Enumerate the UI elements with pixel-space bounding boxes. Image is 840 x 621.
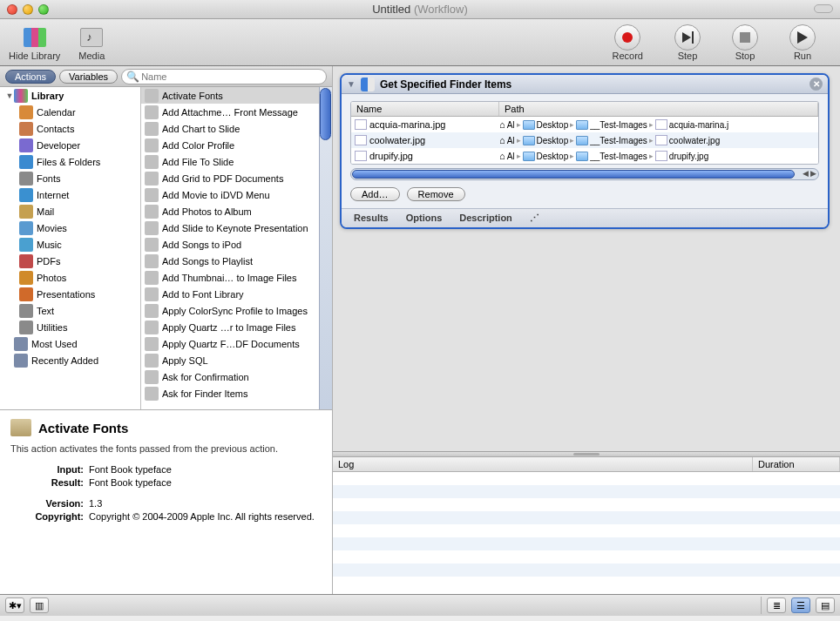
sidebar-item-developer[interactable]: Developer <box>0 137 140 153</box>
remove-button[interactable]: Remove <box>407 187 465 201</box>
sidebar-item-text[interactable]: Text <box>0 302 140 319</box>
sidebar-item-label: Photos <box>37 273 66 283</box>
run-button[interactable]: Run <box>789 24 816 61</box>
scrollbar-thumb[interactable] <box>320 88 331 140</box>
actions-list[interactable]: Activate FontsAdd Attachme… Front Messag… <box>141 87 332 409</box>
library-root[interactable]: ▼ Library <box>0 87 140 104</box>
sidebar-item-photos[interactable]: Photos <box>0 269 140 286</box>
col-path[interactable]: Path <box>499 102 818 116</box>
sidebar-item-contacts[interactable]: Contacts <box>0 120 140 137</box>
record-button[interactable]: Record <box>613 24 643 61</box>
sidebar-item-mail[interactable]: Mail <box>0 203 140 219</box>
action-item[interactable]: Add Grid to PDF Documents <box>141 170 332 186</box>
disclosure-triangle-icon[interactable]: ▼ <box>347 79 356 89</box>
footer-options[interactable]: Options <box>406 213 443 224</box>
view-flow-button[interactable]: ≣ <box>767 597 786 613</box>
sidebar-item-files-folders[interactable]: Files & Folders <box>0 153 140 170</box>
action-item[interactable]: Apply Quartz F…DF Documents <box>141 335 332 352</box>
view-log-button[interactable]: ▤ <box>816 597 835 613</box>
action-item[interactable]: Apply SQL <box>141 352 332 368</box>
action-item[interactable]: Add Color Profile <box>141 137 332 153</box>
action-item[interactable]: Add Songs to Playlist <box>141 253 332 269</box>
action-item[interactable]: Add Movie to iDVD Menu <box>141 186 332 203</box>
scroll-left-icon[interactable]: ◀ <box>803 169 809 178</box>
view-list-button[interactable]: ☰ <box>791 597 810 613</box>
finder-icon <box>361 78 375 91</box>
tab-variables[interactable]: Variables <box>59 70 118 84</box>
sidebar-item-internet[interactable]: Internet <box>0 186 140 203</box>
action-icon <box>145 188 159 202</box>
action-item[interactable]: Add Chart to Slide <box>141 120 332 137</box>
action-item[interactable]: Ask for Confirmation <box>141 368 332 385</box>
step-button[interactable]: Step <box>674 24 701 61</box>
log-icon: ▤ <box>821 600 830 611</box>
action-item[interactable]: Add Attachme… Front Message <box>141 104 332 120</box>
action-header[interactable]: ▼ Get Specified Finder Items ✕ <box>342 75 828 94</box>
scroll-right-icon[interactable]: ▶ <box>810 169 816 178</box>
sidebar-item-fonts[interactable]: Fonts <box>0 170 140 186</box>
sidebar-item-utilities[interactable]: Utilities <box>0 319 140 335</box>
resize-grip-icon[interactable]: ⋰ <box>530 213 539 224</box>
gear-menu-button[interactable]: ✱▾ <box>5 597 24 613</box>
log-col-log[interactable]: Log <box>333 457 753 471</box>
table-row[interactable]: acquia-marina.jpg⌂ Al ▸ Desktop ▸ __Test… <box>351 117 818 132</box>
sidebar-item-presentations[interactable]: Presentations <box>0 286 140 302</box>
horizontal-scrollbar[interactable]: ◀▶ <box>350 168 819 180</box>
table-row[interactable]: drupify.jpg⌂ Al ▸ Desktop ▸ __Test-Image… <box>351 148 818 164</box>
table-header: Name Path <box>351 102 818 117</box>
action-item[interactable]: Apply Quartz …r to Image Files <box>141 319 332 335</box>
divider <box>761 597 762 614</box>
actions-scrollbar[interactable] <box>319 87 332 409</box>
sidebar-item-pdfs[interactable]: PDFs <box>0 253 140 269</box>
sidebar-item-music[interactable]: Music <box>0 236 140 253</box>
log-col-duration[interactable]: Duration <box>753 457 840 471</box>
close-action-button[interactable]: ✕ <box>810 78 823 91</box>
action-item[interactable]: Add Thumbnai… to Image Files <box>141 269 332 286</box>
pane-toggle-button[interactable]: ▥ <box>30 597 49 613</box>
sidebar-item-recently-added[interactable]: Recently Added <box>0 352 140 368</box>
add-button[interactable]: Add… <box>350 187 400 201</box>
action-icon <box>145 172 159 186</box>
log-header: Log Duration <box>333 457 840 472</box>
toolbar-pill-button[interactable] <box>814 4 833 13</box>
library-tree[interactable]: ▼ Library CalendarContactsDeveloperFiles… <box>0 87 141 409</box>
action-item[interactable]: Add Slide to Keynote Presentation <box>141 219 332 236</box>
stop-icon <box>740 32 750 43</box>
stop-button[interactable]: Stop <box>732 24 758 61</box>
file-name: coolwater.jpg <box>369 135 425 145</box>
table-row[interactable]: coolwater.jpg⌂ Al ▸ Desktop ▸ __Test-Ima… <box>351 132 818 148</box>
disclosure-triangle-icon[interactable]: ▼ <box>5 91 14 100</box>
footer-results[interactable]: Results <box>354 213 389 224</box>
sidebar-item-calendar[interactable]: Calendar <box>0 104 140 120</box>
action-icon <box>145 370 159 384</box>
media-button[interactable]: Media <box>76 24 107 61</box>
hide-library-button[interactable]: Hide Library <box>9 24 60 61</box>
description-meta: Input: Font Book typeface Result: Font B… <box>10 464 322 488</box>
action-icon <box>145 337 159 351</box>
stop-label: Stop <box>735 51 755 61</box>
col-name[interactable]: Name <box>351 102 499 116</box>
action-item[interactable]: Apply ColorSync Profile to Images <box>141 302 332 319</box>
action-item[interactable]: Add File To Slide <box>141 153 332 170</box>
sidebar-item-label: Files & Folders <box>37 157 100 167</box>
action-item[interactable]: Add to Font Library <box>141 286 332 302</box>
sidebar-item-movies[interactable]: Movies <box>0 219 140 236</box>
action-item[interactable]: Add Photos to Album <box>141 203 332 219</box>
action-icon <box>145 321 159 334</box>
sidebar-item-most-used[interactable]: Most Used <box>0 335 140 352</box>
search-input[interactable] <box>121 69 327 84</box>
category-icon <box>19 304 33 318</box>
sidebar-item-label: Text <box>37 306 54 316</box>
action-item[interactable]: Add Songs to iPod <box>141 236 332 253</box>
tab-actions[interactable]: Actions <box>5 70 56 84</box>
action-item[interactable]: Ask for Finder Items <box>141 385 332 402</box>
action-item[interactable]: Activate Fonts <box>141 87 332 104</box>
workflow-canvas[interactable]: ▼ Get Specified Finder Items ✕ Name Path… <box>333 66 840 451</box>
books-icon <box>24 28 46 47</box>
file-name: acquia-marina.jpg <box>369 119 445 130</box>
scrollbar-thumb[interactable] <box>352 170 795 179</box>
library-root-label: Library <box>31 91 64 101</box>
footer-description[interactable]: Description <box>459 213 512 224</box>
finder-items-table[interactable]: Name Path acquia-marina.jpg⌂ Al ▸ Deskto… <box>350 101 819 165</box>
title-sub: (Workflow) <box>414 3 468 16</box>
